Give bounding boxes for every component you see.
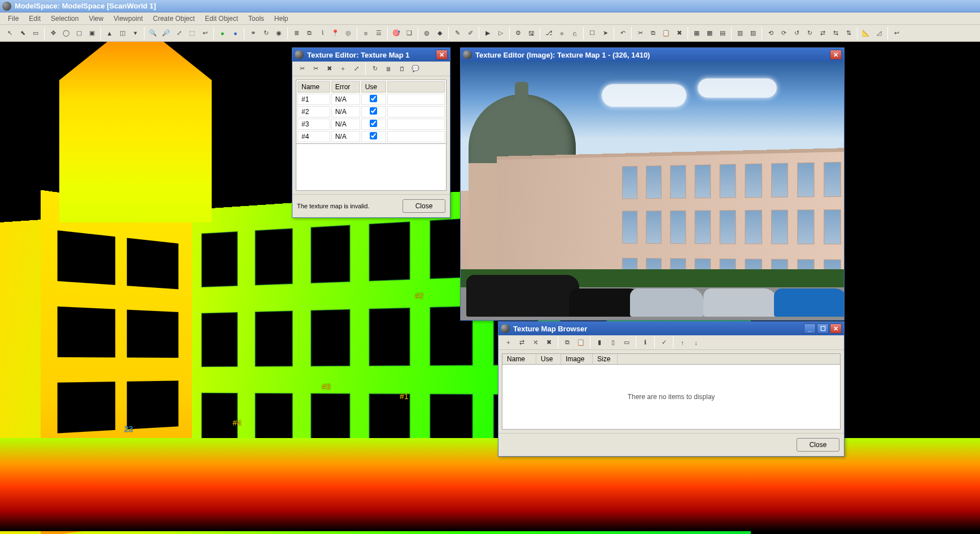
- table-row[interactable]: #3N/A: [298, 119, 445, 130]
- palette-icon[interactable]: ❏: [403, 27, 415, 40]
- col-use[interactable]: Use: [536, 354, 561, 364]
- refresh-icon[interactable]: ↻: [260, 27, 272, 40]
- rect-select-icon[interactable]: ▭: [29, 27, 42, 40]
- grid2-icon[interactable]: ▩: [703, 27, 716, 40]
- arrow-icon[interactable]: ➤: [599, 27, 611, 40]
- angle-icon[interactable]: ◿: [873, 27, 885, 40]
- copy-icon[interactable]: ⧉: [561, 336, 574, 349]
- tool-c-icon[interactable]: ↺: [790, 27, 803, 40]
- tool-g-icon[interactable]: ⇅: [842, 27, 855, 40]
- delete-icon[interactable]: ✖: [673, 27, 685, 40]
- up-icon[interactable]: ↑: [676, 336, 689, 349]
- note-icon[interactable]: 🗒: [396, 63, 408, 75]
- lines-icon[interactable]: ≡: [360, 27, 372, 40]
- zoom-prev-icon[interactable]: ↩: [199, 27, 211, 40]
- menu-file[interactable]: File: [3, 14, 23, 24]
- use-checkbox[interactable]: [370, 120, 377, 127]
- db-icon[interactable]: 🖫: [525, 27, 537, 40]
- texture-editor-window[interactable]: Texture Editor: Texture Map 1 ✕ ✂✂✖＋⤢↻🗎🗒…: [292, 47, 450, 218]
- cell-use[interactable]: [361, 106, 386, 117]
- align-icon[interactable]: ☰: [373, 27, 385, 40]
- close-icon[interactable]: ✕: [830, 50, 842, 60]
- play-icon[interactable]: ▷: [495, 27, 507, 40]
- check-icon[interactable]: ✓: [658, 336, 670, 349]
- cell-use[interactable]: [361, 131, 386, 142]
- col-image[interactable]: Image: [561, 354, 593, 364]
- tag2-icon[interactable]: ⎆: [555, 27, 568, 40]
- globe-icon[interactable]: ◍: [421, 27, 433, 40]
- use-checkbox[interactable]: [370, 107, 377, 115]
- tool-f-icon[interactable]: ⇆: [829, 27, 842, 40]
- maximize-icon[interactable]: ☐: [817, 323, 829, 334]
- use-checkbox[interactable]: [370, 132, 377, 139]
- cell-use[interactable]: [361, 119, 386, 130]
- zoom-out-icon[interactable]: 🔎: [160, 27, 172, 40]
- zoom-extents-icon[interactable]: ⤢: [173, 27, 185, 40]
- col-use[interactable]: Use: [361, 81, 386, 93]
- menu-edit-object[interactable]: Edit Object: [200, 14, 243, 24]
- tool-d-icon[interactable]: ↻: [803, 27, 816, 40]
- tool-e-icon[interactable]: ⇄: [816, 27, 829, 40]
- scissors-icon[interactable]: ✂: [296, 63, 308, 75]
- ortho-icon[interactable]: ▣: [86, 27, 98, 40]
- zoom-window-icon[interactable]: ⬚: [186, 27, 198, 40]
- dropdown-icon[interactable]: ▾: [129, 27, 142, 40]
- gear-icon[interactable]: ⚙: [512, 27, 524, 40]
- cut-icon[interactable]: ✂: [309, 63, 322, 75]
- close-icon[interactable]: ✕: [830, 323, 842, 334]
- picker-icon[interactable]: ✎: [451, 27, 463, 40]
- lasso-icon[interactable]: ◯: [60, 27, 72, 40]
- color-picker-icon[interactable]: 🎯: [390, 27, 403, 40]
- texture-editor-titlebar[interactable]: Texture Editor: Texture Map 1 ✕: [292, 48, 450, 62]
- measure-icon[interactable]: 📐: [860, 27, 872, 40]
- tool-a-icon[interactable]: ⟲: [764, 27, 777, 40]
- tag1-icon[interactable]: ⎇: [542, 27, 555, 40]
- browser-titlebar[interactable]: Texture Map Browser _ ☐ ✕: [498, 322, 844, 335]
- swap-icon[interactable]: ⇄: [515, 336, 528, 349]
- tool-b-icon[interactable]: ⟳: [777, 27, 790, 40]
- doc-icon[interactable]: 🗎: [382, 63, 395, 75]
- menu-create-object[interactable]: Create Object: [148, 14, 199, 24]
- droplet-icon[interactable]: ◆: [434, 27, 446, 40]
- stack1-icon[interactable]: ▮: [593, 336, 606, 349]
- arrow-cursor-icon[interactable]: ⬉: [16, 27, 29, 40]
- paste-icon[interactable]: 📋: [660, 27, 672, 40]
- texture-map-browser-window[interactable]: Texture Map Browser _ ☐ ✕ ＋⇄⤨✖⧉📋▮▯▭ℹ✓↑↓ …: [498, 321, 845, 457]
- grid3-icon[interactable]: ▤: [716, 27, 729, 40]
- menu-selection[interactable]: Selection: [46, 14, 83, 24]
- copy-icon[interactable]: ⧉: [303, 27, 316, 40]
- x-icon[interactable]: ✖: [542, 336, 555, 349]
- zoom-in-icon[interactable]: 🔍: [147, 27, 159, 40]
- filter-icon[interactable]: ⌇: [316, 27, 329, 40]
- col-name[interactable]: Name: [298, 81, 330, 93]
- texture-editor-image-window[interactable]: Texture Editor (Image): Texture Map 1 - …: [460, 47, 845, 321]
- table-row[interactable]: #4N/A: [298, 131, 445, 142]
- move-icon[interactable]: ✥: [47, 27, 59, 40]
- layers-icon[interactable]: ≣: [290, 27, 303, 40]
- close-button[interactable]: Close: [797, 438, 839, 452]
- node-icon[interactable]: ◉: [273, 27, 285, 40]
- rect-icon[interactable]: ▢: [73, 27, 85, 40]
- link-icon[interactable]: ⚭: [247, 27, 259, 40]
- x-icon[interactable]: ✖: [323, 63, 335, 75]
- menu-view[interactable]: View: [84, 14, 108, 24]
- menu-edit[interactable]: Edit: [24, 14, 45, 24]
- target-icon[interactable]: ◎: [342, 27, 355, 40]
- open-icon[interactable]: ⤢: [350, 63, 362, 75]
- panel2-icon[interactable]: ▨: [747, 27, 759, 40]
- pointer-icon[interactable]: ↖: [3, 27, 16, 40]
- col-error[interactable]: Error: [331, 81, 360, 93]
- texture-image-view[interactable]: [461, 62, 844, 320]
- back-icon[interactable]: ↩: [890, 27, 903, 40]
- plus-icon[interactable]: ＋: [336, 63, 349, 75]
- use-checkbox[interactable]: [370, 95, 377, 102]
- undo-icon[interactable]: ↶: [616, 27, 629, 40]
- texture-editor-table[interactable]: Name Error Use #1N/A#2N/A#3N/A#4N/A: [296, 80, 447, 144]
- run-icon[interactable]: ▶: [482, 27, 494, 40]
- plus-icon[interactable]: ＋: [502, 336, 514, 349]
- menu-viewpoint[interactable]: Viewpoint: [109, 14, 147, 24]
- cube-icon[interactable]: ◫: [116, 27, 129, 40]
- brush-blue-icon[interactable]: ●: [229, 27, 242, 40]
- shuffle-icon[interactable]: ⤨: [529, 336, 541, 349]
- paste-icon[interactable]: 📋: [575, 336, 587, 349]
